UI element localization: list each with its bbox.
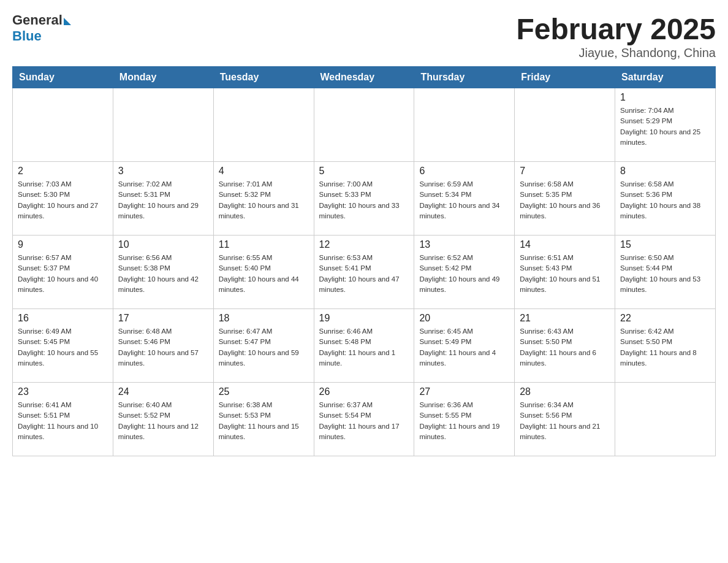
day-number: 1	[620, 92, 710, 103]
day-number: 21	[520, 313, 610, 324]
day-info: Sunrise: 6:43 AMSunset: 5:50 PMDaylight:…	[520, 326, 610, 369]
week-row: 2Sunrise: 7:03 AMSunset: 5:30 PMDaylight…	[13, 162, 716, 236]
day-number: 13	[419, 239, 509, 250]
calendar-cell: 15Sunrise: 6:50 AMSunset: 5:44 PMDayligh…	[615, 236, 716, 309]
day-of-week-header: Thursday	[414, 67, 515, 88]
calendar-cell: 16Sunrise: 6:49 AMSunset: 5:45 PMDayligh…	[13, 309, 113, 383]
day-info: Sunrise: 6:56 AMSunset: 5:38 PMDaylight:…	[118, 253, 208, 295]
calendar-cell	[615, 383, 716, 456]
day-number: 23	[18, 386, 108, 397]
day-number: 28	[520, 386, 610, 397]
calendar-cell: 24Sunrise: 6:40 AMSunset: 5:52 PMDayligh…	[113, 383, 213, 456]
day-of-week-header: Sunday	[13, 67, 113, 88]
day-number: 20	[419, 313, 509, 324]
calendar-cell: 13Sunrise: 6:52 AMSunset: 5:42 PMDayligh…	[414, 236, 515, 309]
day-info: Sunrise: 6:34 AMSunset: 5:56 PMDaylight:…	[520, 400, 610, 442]
day-number: 27	[419, 386, 509, 397]
day-info: Sunrise: 6:47 AMSunset: 5:47 PMDaylight:…	[219, 326, 309, 369]
calendar-cell: 10Sunrise: 6:56 AMSunset: 5:38 PMDayligh…	[113, 236, 213, 309]
day-number: 15	[620, 239, 710, 250]
day-info: Sunrise: 6:49 AMSunset: 5:45 PMDaylight:…	[18, 326, 108, 369]
calendar-cell: 18Sunrise: 6:47 AMSunset: 5:47 PMDayligh…	[213, 309, 314, 383]
week-row: 23Sunrise: 6:41 AMSunset: 5:51 PMDayligh…	[13, 383, 716, 456]
day-info: Sunrise: 6:59 AMSunset: 5:34 PMDaylight:…	[419, 179, 509, 221]
day-number: 12	[319, 239, 409, 250]
day-info: Sunrise: 6:58 AMSunset: 5:35 PMDaylight:…	[520, 179, 610, 221]
week-row: 16Sunrise: 6:49 AMSunset: 5:45 PMDayligh…	[13, 309, 716, 383]
calendar-cell: 8Sunrise: 6:58 AMSunset: 5:36 PMDaylight…	[615, 162, 716, 236]
day-info: Sunrise: 7:03 AMSunset: 5:30 PMDaylight:…	[18, 179, 108, 221]
calendar-cell: 5Sunrise: 7:00 AMSunset: 5:33 PMDaylight…	[314, 162, 414, 236]
calendar-cell	[515, 88, 615, 162]
title-section: February 2025 Jiayue, Shandong, China	[516, 12, 716, 60]
day-info: Sunrise: 7:04 AMSunset: 5:29 PMDaylight:…	[620, 105, 710, 148]
logo-general-text: General	[12, 12, 63, 28]
day-info: Sunrise: 6:40 AMSunset: 5:52 PMDaylight:…	[118, 400, 208, 442]
day-info: Sunrise: 6:42 AMSunset: 5:50 PMDaylight:…	[620, 326, 710, 369]
calendar-cell: 11Sunrise: 6:55 AMSunset: 5:40 PMDayligh…	[213, 236, 314, 309]
day-info: Sunrise: 6:36 AMSunset: 5:55 PMDaylight:…	[419, 400, 509, 442]
day-number: 19	[319, 313, 409, 324]
calendar-cell: 21Sunrise: 6:43 AMSunset: 5:50 PMDayligh…	[515, 309, 615, 383]
day-number: 4	[219, 166, 309, 177]
day-info: Sunrise: 6:58 AMSunset: 5:36 PMDaylight:…	[620, 179, 710, 221]
calendar-cell: 19Sunrise: 6:46 AMSunset: 5:48 PMDayligh…	[314, 309, 414, 383]
calendar-cell	[314, 88, 414, 162]
calendar-cell: 28Sunrise: 6:34 AMSunset: 5:56 PMDayligh…	[515, 383, 615, 456]
calendar-cell: 26Sunrise: 6:37 AMSunset: 5:54 PMDayligh…	[314, 383, 414, 456]
day-number: 16	[18, 313, 108, 324]
day-of-week-header: Monday	[113, 67, 213, 88]
week-row: 1Sunrise: 7:04 AMSunset: 5:29 PMDaylight…	[13, 88, 716, 162]
calendar-body: 1Sunrise: 7:04 AMSunset: 5:29 PMDaylight…	[13, 88, 716, 456]
calendar-cell: 22Sunrise: 6:42 AMSunset: 5:50 PMDayligh…	[615, 309, 716, 383]
calendar-cell: 3Sunrise: 7:02 AMSunset: 5:31 PMDaylight…	[113, 162, 213, 236]
calendar-cell	[213, 88, 314, 162]
day-number: 17	[118, 313, 208, 324]
day-info: Sunrise: 7:02 AMSunset: 5:31 PMDaylight:…	[118, 179, 208, 221]
logo-arrow-icon	[64, 18, 71, 25]
day-info: Sunrise: 6:52 AMSunset: 5:42 PMDaylight:…	[419, 253, 509, 295]
day-number: 25	[219, 386, 309, 397]
calendar-cell: 12Sunrise: 6:53 AMSunset: 5:41 PMDayligh…	[314, 236, 414, 309]
calendar-cell: 6Sunrise: 6:59 AMSunset: 5:34 PMDaylight…	[414, 162, 515, 236]
week-row: 9Sunrise: 6:57 AMSunset: 5:37 PMDaylight…	[13, 236, 716, 309]
day-number: 6	[419, 166, 509, 177]
calendar-cell: 25Sunrise: 6:38 AMSunset: 5:53 PMDayligh…	[213, 383, 314, 456]
page-header: General Blue February 2025 Jiayue, Shand…	[12, 12, 716, 60]
calendar-cell: 7Sunrise: 6:58 AMSunset: 5:35 PMDaylight…	[515, 162, 615, 236]
day-info: Sunrise: 6:41 AMSunset: 5:51 PMDaylight:…	[18, 400, 108, 442]
day-of-week-header: Tuesday	[213, 67, 314, 88]
logo-blue-text: Blue	[12, 28, 42, 44]
day-info: Sunrise: 7:01 AMSunset: 5:32 PMDaylight:…	[219, 179, 309, 221]
day-number: 3	[118, 166, 208, 177]
calendar-cell	[414, 88, 515, 162]
calendar-cell: 14Sunrise: 6:51 AMSunset: 5:43 PMDayligh…	[515, 236, 615, 309]
day-number: 24	[118, 386, 208, 397]
day-number: 22	[620, 313, 710, 324]
calendar-cell	[113, 88, 213, 162]
day-number: 26	[319, 386, 409, 397]
day-of-week-header: Wednesday	[314, 67, 414, 88]
calendar-cell: 2Sunrise: 7:03 AMSunset: 5:30 PMDaylight…	[13, 162, 113, 236]
day-number: 18	[219, 313, 309, 324]
day-number: 11	[219, 239, 309, 250]
day-number: 14	[520, 239, 610, 250]
calendar-cell: 27Sunrise: 6:36 AMSunset: 5:55 PMDayligh…	[414, 383, 515, 456]
calendar-cell: 1Sunrise: 7:04 AMSunset: 5:29 PMDaylight…	[615, 88, 716, 162]
day-number: 5	[319, 166, 409, 177]
day-number: 7	[520, 166, 610, 177]
calendar-table: SundayMondayTuesdayWednesdayThursdayFrid…	[12, 66, 716, 456]
day-of-week-header: Friday	[515, 67, 615, 88]
day-number: 8	[620, 166, 710, 177]
day-number: 9	[18, 239, 108, 250]
header-row: SundayMondayTuesdayWednesdayThursdayFrid…	[13, 67, 716, 88]
calendar-cell: 20Sunrise: 6:45 AMSunset: 5:49 PMDayligh…	[414, 309, 515, 383]
day-info: Sunrise: 6:53 AMSunset: 5:41 PMDaylight:…	[319, 253, 409, 295]
day-info: Sunrise: 6:46 AMSunset: 5:48 PMDaylight:…	[319, 326, 409, 369]
logo: General Blue	[12, 12, 71, 44]
calendar-cell: 9Sunrise: 6:57 AMSunset: 5:37 PMDaylight…	[13, 236, 113, 309]
calendar-cell: 23Sunrise: 6:41 AMSunset: 5:51 PMDayligh…	[13, 383, 113, 456]
day-number: 10	[118, 239, 208, 250]
day-info: Sunrise: 6:37 AMSunset: 5:54 PMDaylight:…	[319, 400, 409, 442]
day-info: Sunrise: 7:00 AMSunset: 5:33 PMDaylight:…	[319, 179, 409, 221]
